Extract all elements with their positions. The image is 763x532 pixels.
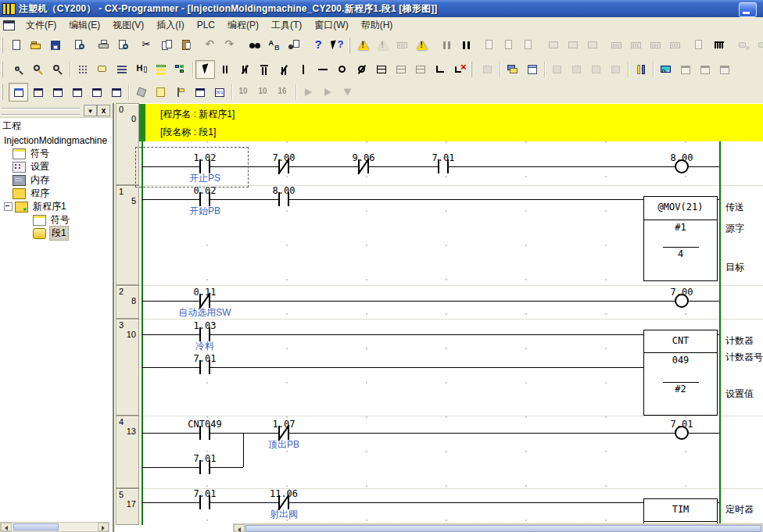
menu-item-4[interactable]: 插入(I) [150, 17, 190, 34]
workspace-drag-grip[interactable] [2, 108, 80, 116]
properties-button[interactable] [106, 83, 126, 102]
rung-comment-banner[interactable]: [程序名 : 新程序1][段名称 : 段1] [139, 104, 763, 141]
instruction-block[interactable]: TIM045 [643, 498, 718, 525]
menu-item-8[interactable]: 窗口(W) [308, 17, 354, 34]
find-report-button[interactable] [412, 36, 432, 55]
copy-button[interactable] [157, 36, 177, 55]
cross-reference-button[interactable] [715, 60, 734, 79]
new-block-instruction-button[interactable] [410, 60, 430, 79]
step-run-button[interactable] [690, 36, 709, 55]
tree-item-section-1[interactable]: 段1 [33, 227, 111, 240]
menu-item-5[interactable]: PLC [191, 18, 221, 32]
menu-item-9[interactable]: 帮助(H) [355, 17, 399, 34]
replace-button[interactable] [264, 36, 284, 55]
new-coil-button[interactable] [332, 60, 352, 79]
address-reference-button[interactable] [631, 60, 650, 79]
print-button[interactable] [94, 36, 113, 55]
monitor-io-button[interactable] [131, 60, 151, 79]
rung-margin-cell[interactable]: 517 [116, 488, 139, 525]
online-edit-send-button[interactable] [478, 60, 497, 79]
pause-button[interactable] [456, 36, 475, 55]
rung-margin-cell[interactable]: 15 [116, 185, 139, 285]
tree-item-settings[interactable]: 设置 [13, 160, 111, 173]
mdi-child-icon[interactable] [3, 20, 15, 30]
tree-item-memory[interactable]: 内存 [13, 173, 111, 187]
monitor-button[interactable] [543, 36, 563, 55]
compile-button[interactable] [353, 36, 373, 55]
monitor-2-button[interactable] [563, 36, 582, 55]
go-to-rung-button[interactable] [338, 83, 357, 102]
work-online-button[interactable] [480, 36, 500, 55]
pause-marker-button[interactable] [436, 36, 456, 55]
new-closed-or-contact-button[interactable] [274, 60, 293, 79]
rung-annotation-button[interactable] [112, 60, 131, 79]
workspace-toggle-button[interactable] [9, 83, 28, 102]
zoom-in-button[interactable] [48, 60, 67, 79]
set-value-button[interactable] [586, 60, 606, 79]
context-help-button[interactable] [328, 36, 347, 55]
undo-button[interactable] [201, 36, 220, 55]
force-cancel-button[interactable] [606, 60, 625, 79]
program-mode-button[interactable] [607, 36, 626, 55]
vertical-line-button[interactable] [293, 60, 313, 79]
save-button[interactable] [45, 36, 65, 55]
signed-decimal-button[interactable] [254, 83, 274, 102]
transfer-2-button[interactable] [753, 36, 763, 55]
instruction-block[interactable]: CNT049#2 [643, 330, 718, 416]
file-compare-button[interactable] [70, 36, 89, 55]
reference-toggle-button[interactable] [67, 83, 87, 102]
workspace-dropdown-button[interactable]: ▾ [84, 105, 97, 116]
new-contact-button[interactable] [215, 60, 235, 79]
go-back-button[interactable] [299, 83, 318, 102]
watch-window-button[interactable] [656, 60, 675, 79]
cut-button[interactable] [138, 36, 157, 55]
tree-expander-minus[interactable] [4, 202, 13, 211]
monitor-mode-button[interactable] [646, 36, 665, 55]
run-mode-button[interactable] [665, 36, 685, 55]
local-window-button[interactable] [87, 83, 106, 102]
scrollbar-thumb[interactable] [13, 523, 59, 530]
tree-horizontal-scrollbar[interactable] [0, 522, 109, 532]
comment-toggle-button[interactable] [92, 60, 112, 79]
symbol-table-button[interactable] [151, 83, 170, 102]
scroll-left-button[interactable] [1, 523, 12, 531]
binary-view-button[interactable] [210, 83, 229, 102]
new-or-contact-button[interactable] [254, 60, 274, 79]
rung-wrap-button[interactable] [151, 60, 170, 79]
scroll-left-button[interactable] [234, 524, 245, 532]
tree-item-symbols[interactable]: 符号 [13, 147, 111, 160]
rung-margin-cell[interactable]: 28 [116, 285, 139, 319]
ladder-horizontal-scrollbar[interactable] [233, 523, 763, 532]
tree-item-program-symbols[interactable]: 符号 [33, 213, 111, 227]
zoom-out-button[interactable] [9, 60, 28, 79]
output-window-button[interactable] [675, 60, 695, 79]
go-forward-button[interactable] [318, 83, 338, 102]
new-inverted-instruction-button[interactable] [391, 60, 410, 79]
find-button[interactable] [245, 36, 264, 55]
decimal-button[interactable] [235, 83, 254, 102]
scrollbar-thumb[interactable] [245, 525, 761, 532]
print-preview-button[interactable] [113, 36, 133, 55]
output-toggle-button[interactable] [28, 83, 48, 102]
menu-item-1[interactable]: 文件(F) [20, 17, 63, 34]
new-closed-coil-button[interactable] [352, 60, 371, 79]
transfer-1-button[interactable] [733, 36, 753, 55]
layers-button[interactable] [503, 60, 522, 79]
horizontal-line-button[interactable] [313, 60, 332, 79]
watch-sheet-button[interactable] [695, 60, 715, 79]
new-file-button[interactable] [6, 36, 26, 55]
section-list-button[interactable] [170, 83, 190, 102]
minimize-button[interactable] [739, 2, 757, 17]
diff-monitor-button[interactable] [582, 36, 602, 55]
new-closed-contact-button[interactable] [235, 60, 254, 79]
symbol-tree-button[interactable] [170, 60, 190, 79]
menu-item-3[interactable]: 视图(V) [106, 17, 150, 34]
paste-button[interactable] [177, 36, 196, 55]
io-comment-button[interactable] [131, 83, 151, 102]
force-off-button[interactable] [567, 60, 586, 79]
compile-all-button[interactable] [373, 36, 392, 55]
rung-margin-cell[interactable]: 310 [116, 319, 139, 416]
help-button[interactable] [308, 36, 328, 55]
instruction-block[interactable]: @MOV(21)#14 [643, 196, 718, 281]
watch-toggle-button[interactable] [48, 83, 67, 102]
